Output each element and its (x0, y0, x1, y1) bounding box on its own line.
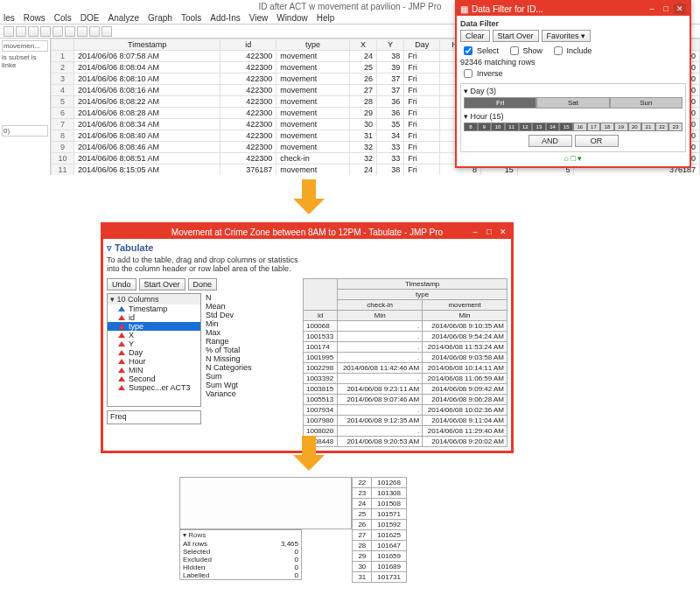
cell[interactable]: 101689 (372, 562, 407, 572)
day-option[interactable]: Fri (464, 97, 536, 108)
cell[interactable]: 2014/06/08 11:42:46 AM (338, 363, 423, 374)
column-item[interactable]: Hour (108, 357, 200, 366)
cell[interactable]: 2014/06/08 11:06:59 AM (423, 374, 508, 384)
cell[interactable]: check-in (276, 153, 350, 164)
columns-box[interactable]: ▾ 10 Columns TimestampidtypeXYDayHourMIN… (107, 293, 201, 407)
toolbar-button[interactable] (4, 26, 14, 37)
toolbar-button[interactable] (40, 26, 51, 37)
cell[interactable]: 29 (349, 108, 376, 119)
tabulate-titlebar[interactable]: Movement at Crime Zone between 8AM to 12… (103, 225, 511, 239)
cell[interactable]: 28 (349, 96, 376, 108)
cell[interactable]: 101731 (372, 572, 407, 583)
cell[interactable]: 31 (353, 572, 372, 583)
menu-item[interactable]: Rows (24, 13, 46, 23)
cell[interactable]: 26 (353, 520, 372, 530)
tabulate-window[interactable]: Movement at Crime Zone between 8AM to 12… (101, 222, 514, 453)
cell[interactable]: 422300 (220, 62, 276, 74)
cell[interactable]: 422300 (220, 74, 276, 85)
cell[interactable]: . (338, 332, 423, 342)
cell[interactable]: 2014/06/06 8:08:46 AM (74, 142, 220, 153)
cell[interactable]: 6 (52, 108, 74, 119)
cell[interactable]: 3 (52, 74, 74, 85)
startover-button[interactable]: Start Over (139, 278, 186, 290)
minimize-icon[interactable]: – (646, 4, 658, 14)
menu-item[interactable]: Add-Ins (210, 13, 240, 23)
startover-button[interactable]: Start Over (493, 30, 539, 42)
cell[interactable]: 1001995 (304, 353, 338, 363)
cell[interactable]: Fri (404, 164, 440, 176)
cell[interactable]: 422300 (220, 108, 276, 119)
done-button[interactable]: Done (188, 278, 218, 290)
cell[interactable]: 2014/06/08 11:53:24 AM (423, 342, 508, 353)
stat-item[interactable]: Mean (204, 302, 283, 311)
filter-titlebar[interactable]: ▦ Data Filter for ID... – □ ✕ (457, 2, 690, 16)
day-option[interactable]: Sat (536, 97, 609, 108)
cell[interactable]: 2014/06/06 8:15:05 AM (74, 164, 220, 176)
toolbar-button[interactable] (16, 26, 26, 37)
cell[interactable]: 1003815 (304, 384, 338, 395)
stat-item[interactable]: Max (204, 328, 283, 337)
column-item[interactable]: id (108, 313, 200, 322)
hour-option[interactable]: 18 (600, 122, 614, 131)
cell[interactable]: 27 (349, 85, 376, 96)
cell[interactable]: 1008020 (304, 426, 338, 437)
cell[interactable]: . (338, 353, 423, 363)
cell[interactable]: movement (276, 51, 350, 62)
cell[interactable]: 2014/06/06 8:08:04 AM (74, 62, 220, 74)
hour-option[interactable]: 12 (519, 122, 533, 131)
favorites-button[interactable]: Favorites ▾ (542, 30, 592, 42)
cell[interactable]: 2014/06/08 9:09:42 AM (423, 384, 508, 395)
cell[interactable]: movement (276, 130, 350, 142)
menu-item[interactable]: View (249, 13, 269, 23)
cell[interactable]: Fri (404, 119, 440, 130)
toolbar-button[interactable] (77, 26, 88, 37)
cell[interactable]: 2 (52, 62, 74, 74)
toolbar-button[interactable] (102, 26, 112, 37)
cell[interactable]: 24 (349, 51, 376, 62)
clear-button[interactable]: Clear (460, 30, 490, 42)
close-icon[interactable]: ✕ (674, 4, 686, 14)
day-option[interactable]: Sun (610, 97, 682, 108)
cell[interactable]: 9 (52, 142, 74, 153)
cell[interactable]: 30 (349, 119, 376, 130)
cell[interactable]: movement (276, 108, 350, 119)
column-item[interactable]: Second (108, 374, 200, 383)
maximize-icon[interactable]: □ (660, 4, 672, 14)
cell[interactable]: 29 (353, 551, 372, 562)
cell[interactable]: 34 (377, 130, 404, 142)
cell[interactable]: 101508 (372, 499, 407, 509)
cell[interactable]: Fri (404, 130, 440, 142)
hour-option[interactable]: 9 (478, 122, 492, 131)
filter-footer-icons[interactable]: ⌂ □ ▾ (460, 154, 686, 163)
hour-option[interactable]: 10 (491, 122, 505, 131)
column-item[interactable]: X (108, 331, 200, 340)
rows-row[interactable]: Labelled0 (180, 571, 301, 579)
toolbar-button[interactable] (52, 26, 63, 37)
cell[interactable]: 31 (349, 130, 376, 142)
cell[interactable]: movement (276, 119, 350, 130)
cell[interactable]: 2014/06/08 10:02:36 AM (423, 405, 508, 416)
toolbar-button[interactable] (89, 26, 100, 37)
stat-item[interactable]: Std Dev (204, 311, 283, 319)
cell[interactable]: 101268 (372, 478, 407, 488)
cell[interactable]: 2014/06/08 9:06:28 AM (423, 395, 508, 405)
cell[interactable]: 11 (52, 164, 74, 176)
cell[interactable]: 2014/06/08 9:11:04 AM (423, 416, 508, 426)
cell[interactable]: 4 (52, 85, 74, 96)
cell[interactable]: movement (276, 142, 350, 153)
maximize-icon[interactable]: □ (483, 227, 495, 237)
cell[interactable]: 2014/06/08 9:23:11 AM (338, 384, 423, 395)
menu-item[interactable]: DOE (80, 13, 100, 23)
cell[interactable]: 100068 (304, 321, 338, 332)
cell[interactable]: 38 (377, 51, 404, 62)
cell[interactable]: Fri (404, 96, 440, 108)
cell[interactable]: 1 (52, 51, 74, 62)
stat-item[interactable]: % of Total (204, 346, 283, 354)
cell[interactable]: 2014/06/06 8:08:34 AM (74, 119, 220, 130)
cell[interactable]: Fri (404, 74, 440, 85)
cell[interactable]: 2014/06/08 9:10:35 AM (423, 321, 508, 332)
stat-item[interactable]: N (204, 293, 283, 302)
cell[interactable]: 422300 (220, 51, 276, 62)
cell[interactable]: 38 (377, 164, 404, 176)
toolbar-button[interactable] (28, 26, 38, 37)
